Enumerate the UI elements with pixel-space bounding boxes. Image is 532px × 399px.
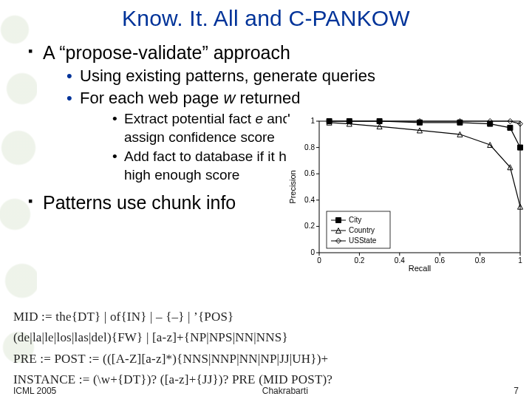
svg-text:0.2: 0.2 [354, 256, 364, 265]
pattern-formulas: MID := the{DT} | of{IN} | – {–} | ’{POS}… [13, 307, 516, 391]
footer-venue: ICML 2005 [13, 386, 56, 396]
svg-text:0: 0 [317, 256, 321, 265]
svg-text:0.6: 0.6 [304, 169, 315, 177]
bullet-l3-addfact: Add fact to database if it has high enou… [112, 148, 316, 184]
text: For each web page [80, 89, 223, 107]
svg-text:0.4: 0.4 [304, 196, 315, 204]
svg-text:0.6: 0.6 [434, 256, 445, 265]
svg-text:Country: Country [349, 226, 375, 234]
formula-lang: (de|la|le|los|las|del){FW} | [a-z]+{NP|N… [13, 328, 516, 347]
svg-text:0.2: 0.2 [304, 222, 315, 230]
footer-author: Chakrabarti [262, 386, 308, 396]
svg-text:City: City [349, 216, 361, 224]
var-w: w [223, 89, 235, 107]
svg-text:1: 1 [310, 117, 315, 125]
text: Extract potential fact [124, 111, 255, 126]
formula-prepost: PRE := POST := (([A-Z][a-z]*){NNS|NNP|NN… [13, 349, 516, 369]
var-e: e [255, 111, 263, 126]
slide-footer: ICML 2005 Chakrabarti 7 [0, 386, 532, 396]
precision-recall-chart: 00.20.40.60.8100.20.40.60.81RecallPrecis… [287, 117, 525, 273]
svg-text:0.4: 0.4 [395, 256, 405, 265]
formula-mid: MID := the{DT} | of{IN} | – {–} | ’{POS} [13, 307, 516, 327]
slide-title: Know. It. All and C-PANKOW [15, 6, 517, 31]
svg-text:Recall: Recall [409, 264, 432, 273]
bullet-l2-patterns: Using existing patterns, generate querie… [66, 66, 517, 87]
footer-page: 7 [514, 386, 519, 396]
slide: Know. It. All and C-PANKOW A “propose-va… [0, 0, 532, 399]
svg-text:0.8: 0.8 [475, 256, 485, 265]
svg-text:USState: USState [349, 236, 377, 245]
bullet-l3-extract: Extract potential fact e and assign conf… [112, 110, 316, 146]
svg-text:0.8: 0.8 [304, 143, 315, 151]
svg-text:Precision: Precision [288, 170, 297, 203]
svg-text:1: 1 [518, 256, 522, 265]
text: A “propose-validate” approach [43, 42, 290, 63]
text: returned [235, 89, 300, 107]
svg-text:0: 0 [310, 248, 315, 256]
